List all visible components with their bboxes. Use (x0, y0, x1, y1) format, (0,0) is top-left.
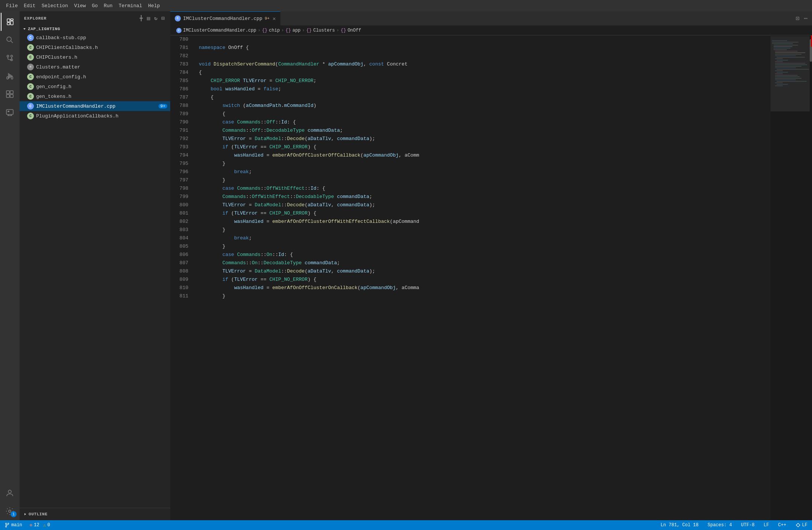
sidebar-header: EXPLORER ╋ ▤ ↻ ⊟ (20, 11, 170, 25)
svg-rect-47 (775, 70, 783, 71)
menu-view[interactable]: View (71, 2, 89, 9)
more-actions-icon[interactable]: ⋯ (802, 14, 809, 23)
tab-close-button[interactable]: ✕ (273, 15, 276, 22)
file-icon-h5: C (27, 93, 34, 100)
activity-account[interactable] (1, 484, 19, 502)
error-count: 12 (34, 522, 39, 528)
svg-rect-0 (7, 19, 10, 22)
activity-remote[interactable] (1, 103, 19, 121)
code-line-805: } (199, 242, 771, 251)
code-line-784: { (199, 69, 771, 77)
status-bar: main ⊗ 12 ⚠ 0 Ln 781, Col 18 Spaces: 4 U… (0, 520, 812, 530)
breadcrumb-clusters[interactable]: Clusters (313, 28, 335, 33)
svg-marker-26 (24, 513, 26, 515)
svg-rect-27 (772, 40, 787, 41)
file-item-gen-tokens[interactable]: C gen_tokens.h (20, 91, 170, 101)
code-line-804: break; (199, 234, 771, 242)
status-line-ending[interactable]: LF (762, 522, 771, 528)
menu-selection[interactable]: Selection (38, 2, 71, 9)
code-content[interactable]: namespace OnOff { void DispatchServerCom… (193, 35, 771, 520)
menu-help[interactable]: Help (145, 2, 163, 9)
status-language[interactable]: C++ (777, 522, 788, 528)
activity-settings[interactable]: 1 (1, 502, 19, 520)
svg-point-59 (8, 523, 9, 524)
breadcrumb-app[interactable]: app (292, 28, 301, 33)
outline-section[interactable]: OUTLINE (23, 510, 167, 518)
file-item-clusters-matter[interactable]: ≡ Clusters.matter (20, 62, 170, 72)
breadcrumb-braces3: {} (306, 28, 311, 33)
svg-rect-54 (777, 81, 807, 82)
code-line-808: TLVError = DataModel::Decode(aDataTlv, c… (199, 267, 771, 276)
code-line-785: CHIP_ERROR TLVError = CHIP_NO_ERROR; (199, 77, 771, 85)
svg-line-5 (11, 41, 13, 43)
status-branch[interactable]: main (3, 522, 24, 528)
menu-edit[interactable]: Edit (21, 2, 38, 9)
refresh-icon[interactable]: ↻ (153, 14, 158, 22)
menu-file[interactable]: File (3, 2, 21, 9)
file-label-active: IMClusterCommandHandler.cpp (36, 104, 116, 109)
code-line-796: break; (199, 168, 771, 176)
file-icon-h6: C (27, 113, 34, 119)
status-spaces[interactable]: Spaces: 4 (706, 522, 734, 528)
code-editor[interactable]: 780 781 782 783 784 785 786 787 788 789 … (170, 35, 812, 520)
breadcrumb-sep2: › (281, 28, 284, 33)
breadcrumb-file-icon: C (176, 28, 182, 33)
file-item-gen-config[interactable]: C gen_config.h (20, 82, 170, 91)
breadcrumb-chip[interactable]: chip (269, 28, 280, 33)
chevron-down-icon (23, 27, 26, 31)
file-item-chipclusters[interactable]: C CHIPClusters.h (20, 52, 170, 62)
code-line-798: case Commands::OffWithEffect::Id: { (199, 184, 771, 193)
file-item-callback-stub[interactable]: C callback-stub.cpp (20, 33, 170, 43)
file-label: endpoint_config.h (36, 74, 86, 80)
activity-source-control[interactable] (1, 49, 19, 67)
file-icon-cpp2: C (27, 103, 34, 110)
status-errors[interactable]: ⊗ 12 ⚠ 0 (28, 522, 52, 529)
svg-rect-15 (10, 91, 13, 94)
activity-extensions[interactable] (1, 85, 19, 103)
svg-rect-18 (6, 110, 13, 114)
code-line-790: case Commands::Off::Id: { (199, 118, 771, 126)
file-item-endpoint-config[interactable]: C endpoint_config.h (20, 72, 170, 82)
svg-point-23 (8, 490, 11, 493)
code-line-792: TLVError = DataModel::Decode(aDataTlv, c… (199, 135, 771, 143)
file-item-pluginapplication[interactable]: C PluginApplicationCallbacks.h (20, 111, 170, 121)
svg-point-24 (9, 510, 11, 512)
svg-rect-49 (775, 73, 783, 74)
code-line-810: wasHandled = emberAfOnOffClusterOnCallba… (199, 284, 771, 292)
svg-rect-52 (775, 78, 801, 79)
menu-run[interactable]: Run (101, 2, 115, 9)
line-numbers: 780 781 782 783 784 785 786 787 788 789 … (170, 35, 193, 520)
status-position[interactable]: Ln 781, Col 18 (659, 522, 700, 528)
sidebar-header-actions: ╋ ▤ ↻ ⊟ (139, 14, 166, 22)
file-label: CHIPClusters.h (36, 55, 77, 60)
svg-rect-28 (772, 42, 798, 43)
status-encoding[interactable]: UTF-8 (740, 522, 756, 528)
breadcrumb-onoff[interactable]: OnOff (348, 28, 361, 33)
code-line-788: switch (aCommandPath.mCommandId) (199, 102, 771, 110)
activity-run-debug[interactable] (1, 67, 19, 85)
collapse-all-icon[interactable]: ⊟ (161, 14, 166, 22)
activity-explorer[interactable] (1, 13, 19, 31)
new-folder-icon[interactable]: ▤ (146, 14, 151, 22)
warning-count: 0 (47, 522, 50, 528)
menu-go[interactable]: Go (89, 2, 101, 9)
code-line-786: bool wasHandled = false; (199, 85, 771, 93)
breadcrumb-filename[interactable]: IMClusterCommandHandler.cpp (183, 28, 256, 33)
activity-search[interactable] (1, 31, 19, 49)
tab-imcluster[interactable]: C IMClusterCommandHandler.cpp 9+ ✕ (170, 11, 281, 26)
new-file-icon[interactable]: ╋ (139, 14, 144, 22)
breadcrumb: C IMClusterCommandHandler.cpp › {} chip … (170, 26, 812, 35)
svg-rect-3 (7, 23, 10, 25)
svg-point-58 (6, 523, 7, 524)
code-line-794: wasHandled = emberAfOnOffClusterOffCallb… (199, 151, 771, 160)
status-remote[interactable]: LF (794, 522, 809, 528)
breadcrumb-sep4: › (336, 28, 339, 33)
error-icon: ⊗ (30, 522, 32, 528)
split-editor-icon[interactable]: ⊡ (794, 14, 801, 23)
file-item-imcluster[interactable]: C IMClusterCommandHandler.cpp 9+ (20, 101, 170, 111)
file-icon-h4: C (27, 83, 34, 90)
menu-terminal[interactable]: Terminal (116, 2, 145, 9)
file-item-chipclientcallbacks[interactable]: C CHIPClientCallbacks.h (20, 43, 170, 52)
svg-rect-56 (777, 84, 788, 85)
workspace-section[interactable]: ZAP_LIGHTING (20, 25, 170, 33)
